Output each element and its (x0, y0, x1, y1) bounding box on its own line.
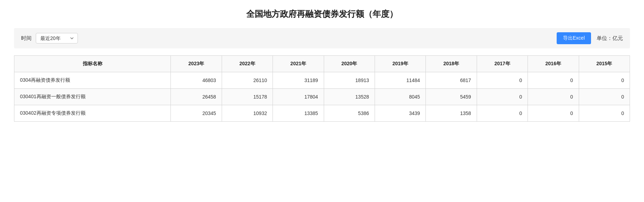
cell-value: 5459 (426, 89, 477, 105)
col-header-2016: 2016年 (528, 56, 579, 72)
cell-name: 030402再融资专项债券发行额 (14, 105, 171, 122)
cell-value: 17804 (273, 89, 324, 105)
cell-value: 0 (528, 89, 579, 105)
col-header-2021: 2021年 (273, 56, 324, 72)
cell-value: 0 (528, 105, 579, 122)
table-row: 030401再融资一般债券发行额264581517817804135288045… (14, 89, 630, 105)
page-title: 全国地方政府再融资债券发行额（年度） (14, 8, 630, 20)
cell-value: 46803 (171, 72, 222, 89)
cell-value: 6817 (426, 72, 477, 89)
cell-value: 26458 (171, 89, 222, 105)
cell-value: 5386 (324, 105, 375, 122)
export-excel-button[interactable]: 导出Excel (557, 32, 591, 44)
cell-value: 13385 (273, 105, 324, 122)
col-header-2015: 2015年 (579, 56, 630, 72)
cell-value: 1358 (426, 105, 477, 122)
cell-value: 0 (579, 89, 630, 105)
cell-name: 0304再融资债券发行额 (14, 72, 171, 89)
table-row: 0304再融资债券发行额4680326110311891891311484681… (14, 72, 630, 89)
cell-value: 0 (477, 89, 528, 105)
cell-name: 030401再融资一般债券发行额 (14, 89, 171, 105)
cell-value: 0 (579, 72, 630, 89)
col-header-2022: 2022年 (222, 56, 273, 72)
cell-value: 26110 (222, 72, 273, 89)
cell-value: 18913 (324, 72, 375, 89)
time-label: 时间 (21, 35, 32, 42)
cell-value: 0 (477, 105, 528, 122)
col-header-2020: 2020年 (324, 56, 375, 72)
table-header: 指标名称 2023年 2022年 2021年 2020年 2019年 2018年… (14, 56, 630, 72)
cell-value: 0 (477, 72, 528, 89)
toolbar-left: 时间 最近5年 最近10年 最近20年 全部 (21, 33, 78, 43)
cell-value: 20345 (171, 105, 222, 122)
unit-label: 单位：亿元 (597, 35, 623, 42)
table-body: 0304再融资债券发行额4680326110311891891311484681… (14, 72, 630, 122)
toolbar: 时间 最近5年 最近10年 最近20年 全部 导出Excel 单位：亿元 (14, 28, 630, 48)
time-select[interactable]: 最近5年 最近10年 最近20年 全部 (36, 33, 78, 43)
col-header-name: 指标名称 (14, 56, 171, 72)
table-row: 030402再融资专项债券发行额203451093213385538634391… (14, 105, 630, 122)
cell-value: 15178 (222, 89, 273, 105)
data-table: 指标名称 2023年 2022年 2021年 2020年 2019年 2018年… (14, 55, 630, 122)
cell-value: 0 (528, 72, 579, 89)
cell-value: 11484 (375, 72, 426, 89)
table-header-row: 指标名称 2023年 2022年 2021年 2020年 2019年 2018年… (14, 56, 630, 72)
cell-value: 31189 (273, 72, 324, 89)
col-header-2023: 2023年 (171, 56, 222, 72)
cell-value: 10932 (222, 105, 273, 122)
cell-value: 13528 (324, 89, 375, 105)
page-container: 全国地方政府再融资债券发行额（年度） 时间 最近5年 最近10年 最近20年 全… (0, 0, 644, 136)
cell-value: 3439 (375, 105, 426, 122)
col-header-2018: 2018年 (426, 56, 477, 72)
toolbar-right: 导出Excel 单位：亿元 (557, 32, 623, 44)
col-header-2017: 2017年 (477, 56, 528, 72)
cell-value: 0 (579, 105, 630, 122)
col-header-2019: 2019年 (375, 56, 426, 72)
cell-value: 8045 (375, 89, 426, 105)
